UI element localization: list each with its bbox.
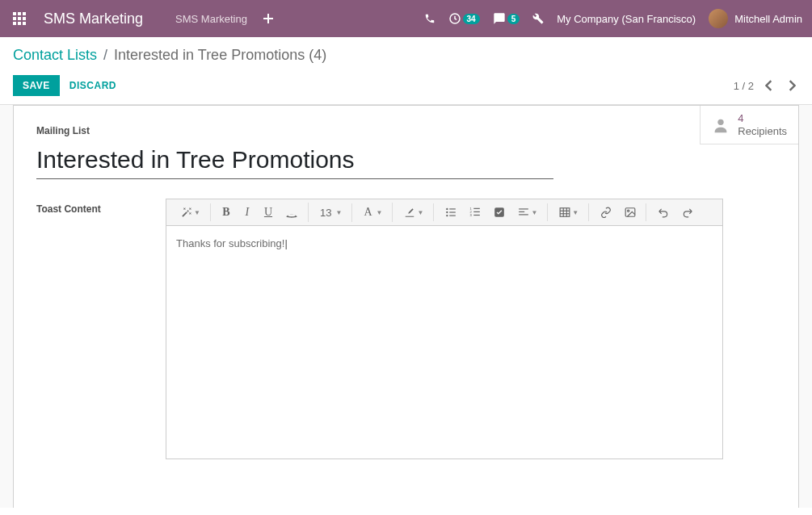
svg-rect-10 — [263, 18, 273, 19]
messages-icon[interactable]: 5 — [493, 12, 520, 25]
svg-point-12 — [718, 119, 724, 124]
company-selector[interactable]: My Company (San Francisco) — [557, 13, 696, 25]
svg-rect-0 — [13, 12, 16, 15]
svg-rect-24 — [474, 211, 481, 212]
app-brand[interactable]: SMS Marketing — [44, 10, 143, 27]
pager-prev-icon[interactable] — [762, 77, 776, 94]
magic-wand-icon[interactable]: ▼ — [176, 203, 205, 221]
remove-format-icon[interactable] — [280, 203, 303, 221]
avatar — [709, 9, 728, 28]
recipients-count: 4 — [738, 112, 787, 125]
svg-rect-35 — [625, 208, 635, 217]
svg-point-16 — [447, 215, 448, 216]
user-icon — [712, 116, 730, 134]
underline-button[interactable]: U — [259, 203, 277, 222]
svg-rect-19 — [450, 216, 456, 216]
svg-rect-1 — [18, 12, 21, 15]
messages-badge: 5 — [507, 14, 520, 24]
image-icon[interactable] — [620, 203, 641, 221]
svg-rect-29 — [520, 214, 529, 215]
svg-text:3: 3 — [470, 213, 473, 217]
mailing-list-label: Mailing List — [36, 125, 776, 136]
discard-button[interactable]: DISCARD — [69, 80, 116, 91]
table-button[interactable]: ▼ — [554, 203, 583, 221]
unordered-list-icon[interactable] — [440, 203, 461, 221]
svg-rect-17 — [450, 208, 456, 209]
toast-content-editor[interactable]: Thanks for subscribing! — [166, 225, 723, 459]
debug-icon[interactable] — [532, 13, 544, 24]
control-panel: Contact Lists / Interested in Tree Promo… — [0, 37, 812, 96]
phone-icon[interactable] — [424, 13, 435, 24]
svg-rect-2 — [23, 12, 26, 15]
breadcrumb-root[interactable]: Contact Lists — [13, 47, 97, 64]
svg-point-14 — [447, 208, 448, 210]
font-size-selector[interactable]: 13▼ — [315, 203, 347, 222]
bold-button[interactable]: B — [217, 203, 235, 222]
editor-toolbar: ▼ B I U 13▼ — [166, 199, 723, 225]
user-menu[interactable]: Mitchell Admin — [709, 9, 802, 28]
nav-new-icon[interactable] — [263, 14, 273, 23]
undo-icon[interactable] — [653, 203, 674, 221]
checklist-icon[interactable] — [489, 203, 510, 221]
svg-rect-28 — [520, 211, 525, 212]
svg-rect-30 — [560, 208, 570, 217]
toast-content-label: Toast Content — [36, 203, 149, 215]
svg-point-13 — [288, 215, 295, 217]
svg-rect-7 — [18, 22, 21, 25]
align-button[interactable]: ▼ — [513, 203, 542, 221]
save-button[interactable]: SAVE — [13, 75, 60, 96]
redo-icon[interactable] — [677, 203, 698, 221]
svg-rect-3 — [13, 17, 16, 20]
apps-menu-icon[interactable] — [10, 9, 29, 28]
recipients-label: Recipients — [738, 125, 787, 138]
top-navbar: SMS Marketing SMS Marketing 34 5 My Comp… — [0, 0, 812, 37]
recipients-stat-button[interactable]: 4 Recipients — [701, 106, 798, 144]
pager: 1 / 2 — [734, 77, 799, 94]
mailing-list-title-input[interactable] — [36, 141, 553, 179]
breadcrumb: Contact Lists / Interested in Tree Promo… — [13, 47, 799, 64]
username-label: Mitchell Admin — [734, 13, 802, 25]
italic-button[interactable]: I — [238, 203, 256, 222]
highlight-color-button[interactable]: ▼ — [399, 203, 428, 221]
svg-rect-18 — [450, 211, 456, 212]
pager-counter[interactable]: 1 / 2 — [734, 80, 754, 92]
svg-rect-5 — [23, 17, 26, 20]
font-color-button[interactable]: A▼ — [359, 203, 387, 222]
svg-rect-23 — [474, 208, 481, 209]
svg-point-15 — [447, 211, 448, 213]
form-view: 4 Recipients Mailing List Toast Content — [0, 104, 812, 508]
form-sheet: 4 Recipients Mailing List Toast Content — [13, 105, 799, 508]
svg-rect-27 — [520, 208, 529, 209]
activities-icon[interactable]: 34 — [448, 12, 480, 25]
nav-menu-sms-marketing[interactable]: SMS Marketing — [175, 13, 247, 25]
pager-next-icon[interactable] — [785, 77, 799, 94]
svg-rect-25 — [474, 215, 481, 216]
breadcrumb-current: Interested in Tree Promotions (4) — [114, 47, 326, 64]
breadcrumb-separator: / — [103, 47, 107, 64]
link-icon[interactable] — [595, 203, 616, 221]
stat-button-box: 4 Recipients — [700, 106, 798, 144]
ordered-list-icon[interactable]: 123 — [465, 203, 486, 221]
svg-rect-8 — [23, 22, 26, 25]
activities-badge: 34 — [463, 14, 480, 24]
svg-point-36 — [628, 210, 629, 211]
svg-rect-6 — [13, 22, 16, 25]
svg-rect-4 — [18, 17, 21, 20]
